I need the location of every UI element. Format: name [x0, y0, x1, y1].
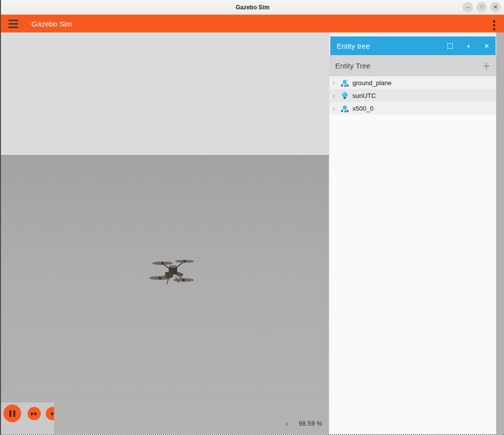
scene-sky	[1, 32, 329, 155]
light-icon	[340, 91, 349, 100]
drone-model-x500[interactable]	[149, 256, 197, 290]
entity-label: x500_0	[352, 105, 374, 112]
world-control-panel	[1, 403, 54, 434]
panel-actions: ▲ ✕	[447, 43, 489, 49]
step-icon	[34, 412, 37, 416]
clipped-control-button[interactable]	[46, 407, 54, 420]
titlebar[interactable]: Gazebo Sim – □ ✕	[1, 0, 504, 15]
float-panel-icon[interactable]	[447, 43, 453, 49]
clipped-icon	[51, 412, 54, 416]
dock-gap	[329, 32, 496, 36]
pause-button[interactable]	[3, 404, 21, 422]
entity-tree-titlebar[interactable]: Entity tree ▲ ✕	[330, 36, 496, 55]
add-entity-button[interactable]: +	[482, 60, 490, 72]
collapse-panel-icon[interactable]: ▲	[466, 43, 471, 48]
close-button[interactable]: ✕	[490, 2, 501, 12]
expander-chevron-icon[interactable]: ›	[333, 79, 340, 86]
tree-row-x500[interactable]: › x500_0	[329, 102, 496, 115]
entity-label: sunUTC	[352, 92, 376, 99]
scene-viewport[interactable]: ‹ 98.59 %	[1, 32, 329, 434]
window-controls: – □ ✕	[463, 2, 501, 12]
app-toolbar: Gazebo Sim	[1, 15, 504, 32]
scene-ground-plane	[1, 155, 329, 434]
hamburger-menu-icon[interactable]	[7, 18, 19, 30]
entity-label: ground_plane	[352, 79, 392, 87]
entity-tree-header: Entity Tree +	[329, 55, 496, 76]
expander-chevron-icon[interactable]: ›	[333, 105, 340, 112]
gazebo-sim-window: Gazebo Sim – □ ✕ Gazebo Sim	[0, 0, 504, 435]
expander-chevron-icon[interactable]: ›	[333, 92, 340, 99]
kebab-menu-icon[interactable]	[490, 19, 498, 32]
model-icon	[340, 104, 349, 113]
minimize-button[interactable]: –	[463, 2, 473, 12]
entity-tree-panel: Entity tree ▲ ✕ Entity Tree + ›	[329, 32, 496, 434]
maximize-button[interactable]: □	[476, 2, 487, 12]
app-title: Gazebo Sim	[32, 20, 72, 28]
step-button[interactable]	[28, 407, 41, 420]
rtf-percentage: 98.59 %	[299, 420, 322, 427]
close-panel-icon[interactable]: ✕	[484, 43, 489, 49]
window-edge-strip	[496, 32, 504, 434]
window-title: Gazebo Sim	[236, 4, 270, 11]
model-icon	[340, 78, 349, 88]
rtf-expand-chevron-icon[interactable]: ‹	[285, 420, 288, 427]
rtf-statusbar: ‹ 98.59 %	[285, 420, 322, 427]
entity-tree-title: Entity tree	[337, 42, 447, 50]
tree-row-ground-plane[interactable]: › ground_plane	[329, 76, 496, 89]
entity-tree-header-title: Entity Tree	[335, 62, 482, 70]
step-icon	[31, 412, 34, 416]
main-area: ‹ 98.59 % Entity tree ▲ ✕ Entity Tree + …	[1, 32, 504, 434]
tree-row-sun[interactable]: › sunUTC	[329, 89, 496, 102]
